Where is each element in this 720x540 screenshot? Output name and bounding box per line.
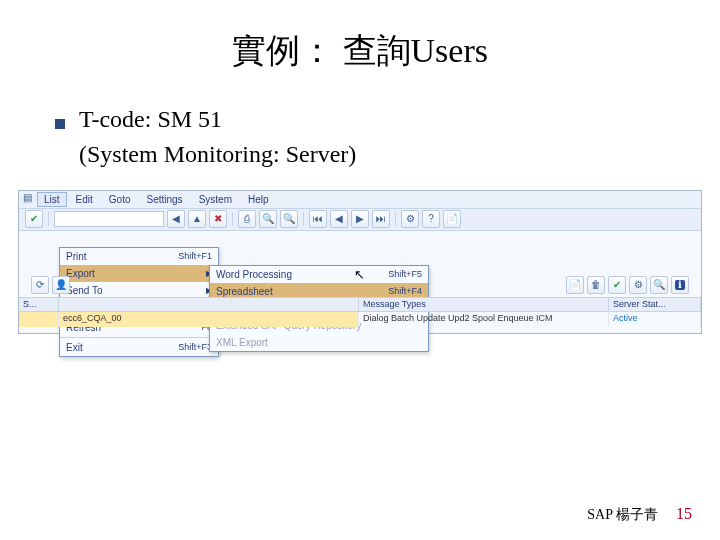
bullet-text-tcode: T-code: SM 51 <box>79 102 222 137</box>
toolbar-separator <box>395 212 396 226</box>
print-icon[interactable]: ⎙ <box>238 210 256 228</box>
bullet-text-desc: (System Monitoring: Server) <box>79 137 720 172</box>
bullet-square-icon <box>55 119 65 129</box>
content-area: PrintShift+F1 Export▶ Send To▶ SendShift… <box>19 231 701 333</box>
info-icon[interactable]: ℹ <box>671 276 689 294</box>
grid-header-message-types[interactable]: Message Types <box>359 298 609 311</box>
user-icon[interactable]: 👤 <box>52 276 70 294</box>
menu-settings[interactable]: Settings <box>139 192 189 207</box>
find-next-icon[interactable]: 🔍 <box>280 210 298 228</box>
menu-separator <box>60 337 218 338</box>
next-page-icon[interactable]: ▶ <box>351 210 369 228</box>
tool-e-icon[interactable]: 🔍 <box>650 276 668 294</box>
exit-icon[interactable]: ▲ <box>188 210 206 228</box>
grid-header-blank[interactable] <box>59 298 359 311</box>
grid-header-sel[interactable]: S... <box>19 298 59 311</box>
tool-b-icon[interactable]: 🗑 <box>587 276 605 294</box>
customize-icon[interactable]: 📄 <box>443 210 461 228</box>
prev-page-icon[interactable]: ◀ <box>330 210 348 228</box>
toolbar-separator <box>48 212 49 226</box>
menu-item-print[interactable]: PrintShift+F1 <box>60 248 218 265</box>
command-field[interactable] <box>54 211 164 227</box>
last-page-icon[interactable]: ⏭ <box>372 210 390 228</box>
toolbar-separator <box>232 212 233 226</box>
save-icon[interactable]: ✔ <box>25 210 43 228</box>
grid-header-server-stat[interactable]: Server Stat... <box>609 298 701 311</box>
alv-grid: S... Message Types Server Stat... ecc6_C… <box>19 297 701 333</box>
toolbar-separator <box>303 212 304 226</box>
submenu-item-xml-export: XML Export <box>210 334 428 351</box>
footer-page-number: 15 <box>676 505 692 523</box>
slide-footer: SAP 楊子青 15 <box>587 505 692 524</box>
bullet-block: T-code: SM 51 (System Monitoring: Server… <box>55 102 720 172</box>
menu-list[interactable]: List <box>37 192 67 207</box>
standard-toolbar: ✔ ◀ ▲ ✖ ⎙ 🔍 🔍 ⏮ ◀ ▶ ⏭ ⚙ ? 📄 <box>19 209 701 231</box>
grid-cell-msgtypes: Dialog Batch Update Upd2 Spool Enqueue I… <box>359 312 609 327</box>
menu-goto[interactable]: Goto <box>102 192 138 207</box>
tool-c-icon[interactable]: ✔ <box>608 276 626 294</box>
find-icon[interactable]: 🔍 <box>259 210 277 228</box>
first-page-icon[interactable]: ⏮ <box>309 210 327 228</box>
menu-edit[interactable]: Edit <box>69 192 100 207</box>
menu-system[interactable]: System <box>192 192 239 207</box>
grid-row[interactable]: ecc6_CQA_00 Dialog Batch Update Upd2 Spo… <box>19 312 701 327</box>
footer-author: SAP 楊子青 <box>587 506 658 524</box>
tool-a-icon[interactable]: 📄 <box>566 276 584 294</box>
tool-d-icon[interactable]: ⚙ <box>629 276 647 294</box>
back-icon[interactable]: ◀ <box>167 210 185 228</box>
sap-window: ▤ List Edit Goto Settings System Help ✔ … <box>18 190 702 334</box>
menubar: ▤ List Edit Goto Settings System Help <box>19 191 701 209</box>
cancel-icon[interactable]: ✖ <box>209 210 227 228</box>
refresh-icon[interactable]: ⟳ <box>31 276 49 294</box>
menu-help[interactable]: Help <box>241 192 276 207</box>
grid-cell-sel[interactable] <box>19 312 59 327</box>
help-icon[interactable]: ? <box>422 210 440 228</box>
grid-cell-status[interactable]: Active <box>609 312 701 327</box>
menu-item-exit[interactable]: ExitShift+F3 <box>60 339 218 356</box>
app-toolbar: ⟳ 👤 📄 🗑 ✔ ⚙ 🔍 ℹ <box>31 275 689 295</box>
grid-cell-server[interactable]: ecc6_CQA_00 <box>59 312 359 327</box>
slide-title: 實例： 查詢Users <box>0 0 720 74</box>
window-menu-icon[interactable]: ▤ <box>23 193 35 205</box>
grid-header: S... Message Types Server Stat... <box>19 297 701 312</box>
layout-icon[interactable]: ⚙ <box>401 210 419 228</box>
